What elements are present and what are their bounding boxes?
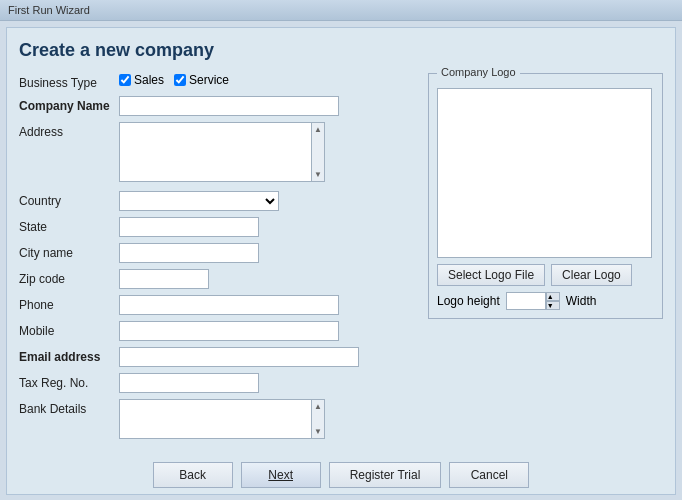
address-wrapper: ▲ ▼ [119,122,325,185]
email-control [119,347,416,367]
logo-group: Company Logo Select Logo File Clear Logo… [428,73,663,319]
business-type-controls: Sales Service [119,73,416,87]
tax-row: Tax Reg. No. [19,373,416,393]
sales-label: Sales [134,73,164,87]
zip-input[interactable] [119,269,209,289]
height-down-button[interactable]: ▼ [546,301,560,310]
page-title: Create a new company [19,40,663,61]
tax-control [119,373,416,393]
logo-dimensions: Logo height 0 ▲ ▼ Width [437,292,654,310]
logo-group-legend: Company Logo [437,66,520,78]
logo-height-input[interactable]: 0 [506,292,546,310]
country-select[interactable] [119,191,279,211]
service-checkbox[interactable] [174,74,186,86]
mobile-input[interactable] [119,321,339,341]
back-button[interactable]: Back [153,462,233,488]
scroll-down-icon[interactable]: ▼ [314,170,322,179]
business-type-row: Business Type Sales Service [19,73,416,90]
bottom-bar: Back Next Register Trial Cancel [19,456,663,488]
phone-label: Phone [19,295,119,312]
phone-input[interactable] [119,295,339,315]
bank-scroll-up-icon[interactable]: ▲ [314,402,322,411]
logo-buttons: Select Logo File Clear Logo [437,264,654,286]
company-name-input[interactable] [119,96,339,116]
bank-wrapper: ▲ ▼ [119,399,325,442]
company-name-control [119,96,416,116]
window-title: First Run Wizard [8,4,90,16]
state-control [119,217,416,237]
scroll-up-icon[interactable]: ▲ [314,125,322,134]
country-control [119,191,416,211]
right-panel: Company Logo Select Logo File Clear Logo… [428,73,663,448]
business-type-label: Business Type [19,73,119,90]
bank-scrollbar: ▲ ▼ [311,399,325,439]
register-button[interactable]: Register Trial [329,462,442,488]
logo-height-label: Logo height [437,294,500,308]
height-up-button[interactable]: ▲ [546,292,560,301]
email-label: Email address [19,347,119,364]
spinner-buttons: ▲ ▼ [546,292,560,310]
mobile-label: Mobile [19,321,119,338]
address-row: Address ▲ ▼ [19,122,416,185]
cancel-button[interactable]: Cancel [449,462,529,488]
main-container: Create a new company Business Type Sales… [6,27,676,495]
city-row: City name [19,243,416,263]
title-bar: First Run Wizard [0,0,682,21]
address-scrollbar: ▲ ▼ [311,122,325,182]
email-row: Email address [19,347,416,367]
country-row: Country [19,191,416,211]
state-row: State [19,217,416,237]
tax-label: Tax Reg. No. [19,373,119,390]
city-label: City name [19,243,119,260]
next-label: Next [268,468,293,482]
logo-width-label: Width [566,294,597,308]
state-label: State [19,217,119,234]
mobile-control [119,321,416,341]
country-label: Country [19,191,119,208]
phone-control [119,295,416,315]
left-panel: Business Type Sales Service Company Name [19,73,416,448]
address-control: ▲ ▼ [119,122,416,185]
city-input[interactable] [119,243,259,263]
zip-label: Zip code [19,269,119,286]
bank-row: Bank Details ▲ ▼ [19,399,416,442]
logo-preview [437,88,652,258]
bank-scroll-down-icon[interactable]: ▼ [314,427,322,436]
address-textarea[interactable] [119,122,325,182]
bank-control: ▲ ▼ [119,399,416,442]
service-checkbox-item: Service [174,73,229,87]
clear-logo-button[interactable]: Clear Logo [551,264,632,286]
mobile-row: Mobile [19,321,416,341]
sales-checkbox[interactable] [119,74,131,86]
sales-checkbox-item: Sales [119,73,164,87]
company-name-row: Company Name [19,96,416,116]
city-control [119,243,416,263]
zip-row: Zip code [19,269,416,289]
email-input[interactable] [119,347,359,367]
select-logo-button[interactable]: Select Logo File [437,264,545,286]
back-label: Back [179,468,206,482]
state-input[interactable] [119,217,259,237]
tax-input[interactable] [119,373,259,393]
service-label: Service [189,73,229,87]
next-button[interactable]: Next [241,462,321,488]
zip-control [119,269,416,289]
logo-height-spinner: 0 ▲ ▼ [506,292,560,310]
content-area: Business Type Sales Service Company Name [19,73,663,448]
bank-textarea[interactable] [119,399,325,439]
company-name-label: Company Name [19,96,119,113]
bank-label: Bank Details [19,399,119,416]
address-label: Address [19,122,119,139]
phone-row: Phone [19,295,416,315]
